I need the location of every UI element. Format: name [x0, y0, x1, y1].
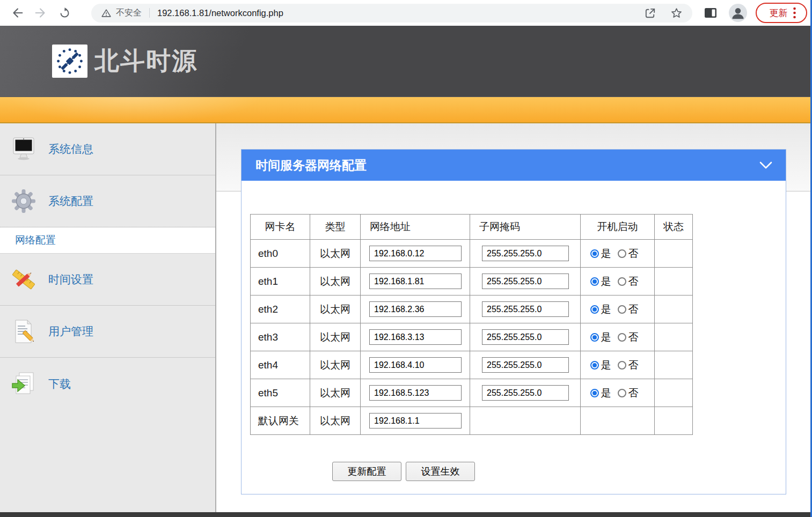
back-arrow-icon — [10, 6, 24, 20]
boot-yes-label: 是 — [601, 276, 611, 287]
sidebar-item-system-info[interactable]: 系统信息 — [0, 123, 215, 175]
boot-no-radio-eth1[interactable] — [618, 277, 626, 286]
nic-type: 以太网 — [310, 407, 361, 435]
sidebar-item-system-config[interactable]: 系统配置 — [0, 175, 215, 227]
boot-yes-label: 是 — [601, 387, 611, 398]
address-bar[interactable]: 不安全 192.168.1.81/networkconfig.php — [91, 4, 692, 23]
window-bottom-edge — [0, 512, 812, 517]
nic-ip-cell — [361, 323, 470, 351]
boot-no-radio-eth2[interactable] — [618, 305, 626, 314]
nic-row-eth0: eth0以太网是否 — [251, 240, 693, 268]
page-url[interactable]: 192.168.1.81/networkconfig.php — [157, 8, 283, 18]
back-button[interactable] — [8, 3, 27, 23]
mask-input-eth0[interactable] — [482, 246, 569, 261]
nic-boot-cell: 是否 — [581, 351, 655, 379]
nic-ip-cell — [361, 351, 470, 379]
boot-yes-label: 是 — [601, 304, 611, 315]
sidebar-item-label: 系统信息 — [48, 142, 93, 157]
boot-yes-label: 是 — [601, 331, 611, 343]
mask-input-eth3[interactable] — [482, 329, 569, 345]
reload-icon — [58, 6, 71, 20]
boot-yes-radio-eth3[interactable] — [590, 333, 599, 342]
boot-no-radio-eth3[interactable] — [618, 333, 626, 342]
sidebar-item-user-management[interactable]: 用户管理 — [0, 306, 215, 358]
forward-arrow-icon — [34, 6, 48, 20]
boot-no-radio-eth0[interactable] — [618, 249, 626, 258]
nic-boot-cell: 是否 — [581, 240, 655, 268]
boot-no-label: 否 — [628, 248, 639, 259]
boot-no-label: 否 — [628, 331, 639, 343]
nic-status-cell — [655, 296, 693, 323]
nic-mask-cell — [470, 268, 581, 296]
col-header-status: 状态 — [655, 215, 693, 240]
ruler-pencil-icon — [11, 267, 36, 292]
browser-toolbar: 不安全 192.168.1.81/networkconfig.php 更新 — [0, 0, 812, 26]
chevron-down-icon[interactable] — [759, 161, 773, 169]
ip-input-默认网关[interactable] — [369, 413, 462, 429]
nic-ip-cell — [361, 240, 470, 268]
ip-input-eth3[interactable] — [369, 329, 462, 345]
nic-type: 以太网 — [310, 296, 361, 323]
boot-yes-radio-eth0[interactable] — [590, 249, 599, 258]
mask-input-eth5[interactable] — [482, 385, 569, 401]
orange-band — [0, 97, 812, 123]
chrome-update-menu[interactable]: 更新 — [756, 3, 807, 23]
nic-mask-cell — [470, 351, 581, 379]
main-content: 时间服务器网络配置 网卡名 类型 — [216, 123, 812, 512]
nic-row-eth3: eth3以太网是否 — [251, 323, 693, 351]
sidebar-item-time-settings[interactable]: 时间设置 — [0, 254, 215, 306]
panel-header[interactable]: 时间服务器网络配置 — [242, 150, 786, 181]
mask-input-eth1[interactable] — [482, 274, 569, 289]
nic-boot-cell: 是否 — [581, 323, 655, 351]
boot-no-label: 否 — [628, 276, 639, 287]
nic-row-默认网关: 默认网关以太网 — [251, 407, 693, 435]
security-label[interactable]: 不安全 — [116, 8, 142, 19]
sidebar-item-download[interactable]: 下载 — [0, 358, 215, 410]
col-header-boot: 开机启动 — [581, 215, 655, 240]
ip-input-eth5[interactable] — [369, 385, 462, 401]
sidebar-item-label: 用户管理 — [48, 324, 93, 339]
chrome-right-controls: 更新 — [704, 3, 807, 23]
boot-yes-radio-eth5[interactable] — [590, 389, 599, 397]
boot-yes-radio-eth4[interactable] — [590, 361, 599, 370]
share-icon[interactable] — [644, 7, 656, 19]
boot-no-radio-eth5[interactable] — [618, 389, 626, 397]
reload-button[interactable] — [55, 3, 74, 23]
sidebar-item-label: 系统配置 — [48, 194, 93, 209]
boot-no-radio-eth4[interactable] — [618, 361, 626, 370]
boot-yes-radio-eth1[interactable] — [590, 277, 599, 286]
ip-input-eth1[interactable] — [369, 274, 462, 289]
nic-mask-cell — [470, 407, 581, 435]
nic-name: eth4 — [251, 351, 310, 379]
col-header-nic-name: 网卡名 — [251, 215, 310, 240]
ip-input-eth0[interactable] — [369, 246, 462, 261]
apply-settings-button[interactable]: 设置生效 — [406, 462, 475, 481]
nic-ip-cell — [361, 296, 470, 323]
nic-ip-cell — [361, 268, 470, 296]
mask-input-eth2[interactable] — [482, 301, 569, 317]
nic-row-eth1: eth1以太网是否 — [251, 268, 693, 296]
nic-type: 以太网 — [310, 268, 361, 296]
boot-yes-radio-eth2[interactable] — [590, 305, 599, 314]
forward-button[interactable] — [31, 3, 50, 23]
nic-mask-cell — [470, 296, 581, 323]
nic-boot-cell — [581, 407, 655, 435]
omnibox-divider — [149, 8, 150, 18]
nic-name: eth2 — [251, 296, 310, 323]
side-panel-icon[interactable] — [704, 8, 717, 18]
update-config-button[interactable]: 更新配置 — [332, 462, 401, 481]
profile-avatar[interactable] — [729, 4, 747, 22]
nic-name: eth0 — [251, 240, 310, 268]
ip-input-eth2[interactable] — [369, 301, 462, 317]
nic-table: 网卡名 类型 网络地址 子网掩码 开机启动 状态 eth0以太网是否eth1以太… — [250, 214, 693, 435]
nic-name: eth3 — [251, 323, 310, 351]
table-header-row: 网卡名 类型 网络地址 子网掩码 开机启动 状态 — [251, 215, 693, 240]
sidebar-item-network-config-active[interactable]: 网络配置 — [0, 227, 215, 254]
mask-input-eth4[interactable] — [482, 357, 569, 373]
ip-input-eth4[interactable] — [369, 357, 462, 373]
bookmark-star-icon[interactable] — [670, 7, 683, 19]
action-buttons: 更新配置 设置生效 — [332, 462, 786, 481]
boot-yes-label: 是 — [601, 248, 611, 259]
nic-type: 以太网 — [310, 240, 361, 268]
nic-row-eth4: eth4以太网是否 — [251, 351, 693, 379]
